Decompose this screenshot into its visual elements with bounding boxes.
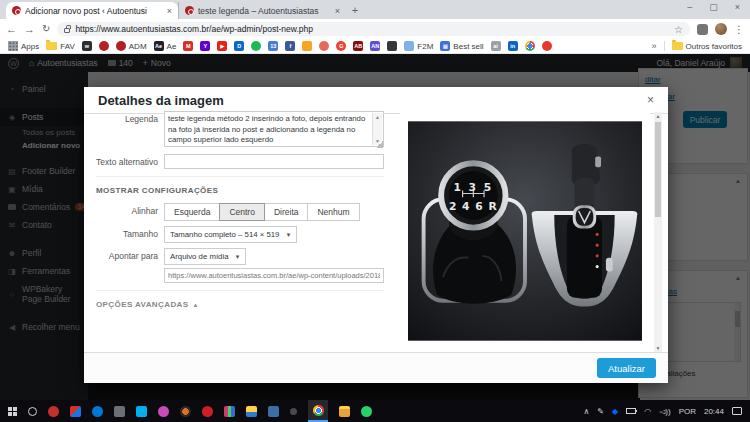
wifi-icon[interactable]: ◠ xyxy=(644,407,651,416)
align-right-button[interactable]: Direita xyxy=(264,203,309,221)
volume-icon[interactable]: ◅)) xyxy=(659,407,670,416)
update-button[interactable]: Atualizar xyxy=(597,358,656,378)
taskbar-purple-app-icon[interactable] xyxy=(158,406,169,417)
bookmark-linkedin[interactable]: in xyxy=(508,41,518,51)
pen-icon[interactable]: ✎ xyxy=(597,407,604,416)
linkedin-icon: in xyxy=(508,41,518,51)
link-to-select[interactable]: Arquivo de mídia▼ xyxy=(164,248,246,265)
bookmark-item[interactable]: w xyxy=(82,41,92,51)
bookmark-youtube[interactable]: ▶ xyxy=(217,41,227,51)
align-none-button[interactable]: Nenhum xyxy=(307,203,359,221)
bookmark-ae[interactable]: AeAe xyxy=(154,41,177,51)
profile-avatar[interactable] xyxy=(715,23,727,35)
chrome-taskbar-active[interactable] xyxy=(308,400,328,422)
window-close-icon[interactable]: × xyxy=(735,2,740,12)
tab-favicon xyxy=(12,6,21,15)
store-icon[interactable] xyxy=(114,406,125,417)
window-maximize-icon[interactable]: ▢ xyxy=(709,2,718,12)
bookmark-item[interactable]: D xyxy=(234,41,244,51)
bookmark-gmail[interactable]: M xyxy=(183,41,193,51)
file-explorer-icon[interactable] xyxy=(339,406,350,417)
modal-scrollbar[interactable]: ▲ ▼ xyxy=(654,112,662,352)
bookmark-best-sell[interactable]: ▦Best sell xyxy=(440,41,483,51)
photos-icon[interactable] xyxy=(246,406,257,417)
taskbar-media-app-icon[interactable] xyxy=(48,406,59,417)
notifications-icon[interactable] xyxy=(732,407,742,415)
link-url-input[interactable] xyxy=(164,268,384,283)
bookmark-item[interactable] xyxy=(302,41,312,51)
battery-icon[interactable] xyxy=(626,408,636,414)
address-bar[interactable]: https://www.autoentusiastas.com.br/ae/wp… xyxy=(57,22,690,36)
bookmark-opera[interactable] xyxy=(542,41,552,51)
align-left-button[interactable]: Esquerda xyxy=(164,203,220,221)
bookmark-f2m[interactable]: F2M xyxy=(404,41,433,51)
extension-icon[interactable] xyxy=(697,24,708,35)
wordpress-favicon xyxy=(116,41,126,51)
tray-expand-icon[interactable]: ∧ xyxy=(583,407,589,416)
tab-close-icon[interactable]: × xyxy=(167,6,172,16)
bookmark-item[interactable]: G xyxy=(336,41,346,51)
window-minimize-icon[interactable]: – xyxy=(687,2,692,12)
caption-textarea[interactable]: teste legenda método 2 inserindo a foto,… xyxy=(164,111,384,147)
bookmark-favicon: 13 xyxy=(268,41,278,51)
taskbar-camera-app-icon[interactable] xyxy=(268,406,279,417)
skype-icon[interactable] xyxy=(136,406,147,417)
bookmarks-overflow-icon[interactable]: » xyxy=(652,41,657,51)
window-controls: – ▢ × xyxy=(687,0,750,12)
bookmark-apps[interactable]: Apps xyxy=(8,41,39,51)
textarea-resize-handle[interactable] xyxy=(376,141,383,148)
alt-text-input[interactable] xyxy=(164,154,384,169)
scroll-up-icon[interactable]: ▲ xyxy=(654,113,662,119)
opera-icon xyxy=(542,41,552,51)
bookmark-item[interactable] xyxy=(99,41,109,51)
bookmark-facebook[interactable]: f xyxy=(285,41,295,51)
scrollbar-thumb[interactable] xyxy=(655,122,661,217)
spotify-icon xyxy=(251,41,261,51)
tab-close-icon[interactable]: × xyxy=(335,6,340,16)
taskbar-colorful-app-icon[interactable] xyxy=(224,406,235,417)
back-icon[interactable]: ← xyxy=(6,24,17,35)
tab-active[interactable]: Adicionar novo post ‹ Autoentusi × xyxy=(6,2,178,19)
start-button-icon[interactable] xyxy=(8,407,17,416)
advanced-options-label: OPÇÕES AVANÇADAS xyxy=(96,300,188,309)
other-favorites[interactable]: Outros favoritos xyxy=(672,42,742,51)
new-tab-button[interactable]: + xyxy=(346,2,364,19)
browser-menu-icon[interactable]: ⋮ xyxy=(734,24,744,35)
url-text[interactable]: https://www.autoentusiastas.com.br/ae/wp… xyxy=(75,24,669,34)
scroll-up-icon[interactable]: ▲ xyxy=(375,114,380,120)
bookmark-item[interactable] xyxy=(387,41,397,51)
bookmark-yahoo[interactable]: Y xyxy=(200,41,210,51)
bookmark-item[interactable] xyxy=(319,41,329,51)
dropbox-icon[interactable]: ◆ xyxy=(612,407,618,416)
bookmark-fav-folder[interactable]: FAV xyxy=(46,42,75,51)
image-preview-panel: 1 3 5 2 4 6 R xyxy=(400,112,650,352)
language-indicator[interactable]: POR xyxy=(679,407,696,416)
bookmark-star-icon[interactable]: ☆ xyxy=(674,24,683,35)
modal-close-icon[interactable]: × xyxy=(647,93,654,107)
folder-icon xyxy=(672,42,683,50)
tab-inactive[interactable]: teste legenda – Autoentusiastas × xyxy=(178,2,346,19)
taskbar-arrow-app-icon[interactable] xyxy=(70,406,81,417)
advanced-options-toggle[interactable]: OPÇÕES AVANÇADAS ▲ xyxy=(96,300,396,309)
taskbar-red-app-icon[interactable] xyxy=(202,406,213,417)
bookmark-item[interactable]: ai xyxy=(491,41,501,51)
bookmark-adm[interactable]: ADM xyxy=(116,41,147,51)
bookmark-item[interactable]: 13 xyxy=(268,41,278,51)
scroll-down-icon[interactable]: ▼ xyxy=(654,345,662,351)
size-select[interactable]: Tamanho completo – 514 × 519▼ xyxy=(164,226,297,243)
bookmark-favicon: ai xyxy=(491,41,501,51)
taskbar-small-app-icon[interactable] xyxy=(290,408,297,415)
cortana-search-icon[interactable] xyxy=(28,407,37,416)
taskbar-clock[interactable]: 20:44 xyxy=(704,407,724,416)
bookmark-item[interactable]: AN xyxy=(370,41,380,51)
bookmark-spotify[interactable] xyxy=(251,41,261,51)
bookmark-chrome[interactable] xyxy=(525,41,535,51)
bookmark-item[interactable]: AB xyxy=(353,41,363,51)
edge-icon[interactable] xyxy=(92,406,103,417)
taskbar-dark-app-icon[interactable] xyxy=(180,406,191,417)
align-center-button[interactable]: Centro xyxy=(219,203,265,221)
whatsapp-icon[interactable] xyxy=(361,406,372,417)
forward-icon[interactable]: → xyxy=(24,24,35,35)
reload-icon[interactable]: ↻ xyxy=(42,24,50,34)
system-tray: ∧ ✎ ◆ ◠ ◅)) POR 20:44 xyxy=(583,407,742,416)
